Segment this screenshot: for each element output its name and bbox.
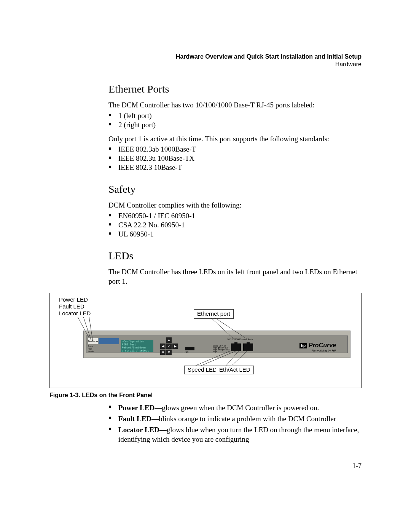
lcd-screen: >Configuration PING Test Reboot/Shutdown… — [121, 340, 153, 352]
speed-legend: Speed-Off = 10 Mbps green = 100 Mbps ora… — [213, 345, 230, 353]
ethernet-intro: The DCM Controller has two 10/100/1000 B… — [108, 101, 362, 110]
ethernet-ports-list: 1 (left port) 2 (right port) — [108, 112, 362, 129]
led-name: Locator LED — [118, 426, 159, 434]
list-item: EN60950-1 / IEC 60950-1 — [118, 212, 362, 220]
x-icon: ✕ — [160, 350, 166, 355]
ethernet-note: Only port 1 is active at this time. This… — [108, 134, 362, 144]
list-item: Locator LED—glows blue when you turn the… — [118, 425, 362, 444]
led-text: —glows green when the DCM Controller is … — [155, 404, 319, 412]
heading-safety: Safety — [108, 183, 362, 195]
heading-ethernet: Ethernet Ports — [108, 83, 362, 95]
device-chassis: ProCurve Power Fault Locate >Configurati… — [83, 331, 350, 358]
figure-box: Power LED Fault LED Locator LED Ethernet… — [49, 293, 362, 388]
label-locate: Locate — [88, 350, 94, 353]
led-name: Power LED — [118, 404, 155, 412]
list-item: Power LED—glows green when the DCM Contr… — [118, 403, 362, 413]
safety-list: EN60950-1 / IEC 60950-1 CSA 22.2 No. 609… — [108, 212, 362, 238]
arrow-up-icon: ▲ — [166, 337, 172, 343]
lcd-line: ↕ scroll / select — [122, 350, 152, 353]
callout-ethernet-port: Ethernet port — [194, 309, 234, 319]
callout-power-led: Power LED — [59, 296, 88, 304]
heading-leds: LEDs — [108, 250, 362, 262]
label-power: Power — [88, 345, 94, 348]
page: Hardware Overview and Quick Start Instal… — [0, 0, 411, 532]
list-item: IEEE 802.3 10Base-T — [118, 163, 362, 172]
led-text: —blinks orange to indicate a problem wit… — [151, 415, 336, 423]
procurve-small-badge: ProCurve — [88, 338, 98, 344]
hp-icon: hp — [299, 343, 307, 348]
procurve-sublogo: Networking by HP — [312, 349, 336, 352]
ethernet-standards-list: IEEE 802.3ab 1000Base-T IEEE 802.3u 100B… — [108, 145, 362, 172]
device-faceplate: ProCurve Power Fault Locate >Configurati… — [86, 335, 348, 353]
list-item: UL 60950-1 — [118, 230, 362, 238]
safety-intro: DCM Controller complies with the followi… — [108, 201, 362, 210]
callout-ethact-led: Eth/Act LED — [216, 366, 254, 374]
rj45-port-1-icon — [231, 343, 241, 351]
led-name: Fault LED — [118, 415, 151, 423]
usb-label: USB — [184, 351, 188, 353]
rj45-port-2-icon — [243, 343, 253, 351]
figure-caption: Figure 1-3. LEDs on the Front Panel — [49, 392, 362, 399]
arrow-right-icon: ▶ — [172, 343, 178, 349]
leds-intro: The DCM Controller has three LEDs on its… — [108, 267, 362, 286]
callout-ethact-led-text: Eth/Act LED — [219, 366, 250, 373]
list-item: 1 (left port) — [118, 112, 362, 120]
ports-label: 10/100/1000Base-T Ports — [227, 338, 253, 340]
list-item: IEEE 802.3ab 1000Base-T — [118, 145, 362, 153]
procurve-logo: hpProCurve — [299, 342, 336, 349]
figure-artwork: Power LED Fault LED Locator LED Ethernet… — [57, 298, 354, 382]
led-side-labels: Power Fault Locate — [88, 345, 94, 353]
callout-fault-led: Fault LED — [59, 303, 84, 310]
callout-speed-led: Speed LED — [184, 366, 220, 374]
check-icon: ✓ — [166, 343, 172, 349]
page-number: 1-7 — [49, 462, 362, 470]
callout-speed-led-text: Speed LED — [188, 366, 217, 373]
header-title: Hardware Overview and Quick Start Instal… — [49, 53, 362, 60]
led-description-list: Power LED—glows green when the DCM Contr… — [108, 403, 362, 444]
model-badge — [99, 338, 119, 344]
callout-locator-led: Locator LED — [59, 310, 91, 317]
arrow-left-icon: ◀ — [160, 343, 166, 349]
footer-rule — [49, 458, 362, 458]
running-header: Hardware Overview and Quick Start Instal… — [49, 53, 362, 68]
usb-port-icon — [185, 347, 194, 350]
header-subtitle: Hardware — [49, 61, 362, 68]
list-item: 2 (right port) — [118, 121, 362, 129]
list-item: IEEE 802.3u 100Base-TX — [118, 154, 362, 163]
arrow-down-icon: ▼ — [166, 350, 172, 355]
procurve-text: ProCurve — [309, 342, 336, 348]
list-item: CSA 22.2 No. 60950-1 — [118, 221, 362, 229]
list-item: Fault LED—blinks orange to indicate a pr… — [118, 414, 362, 424]
